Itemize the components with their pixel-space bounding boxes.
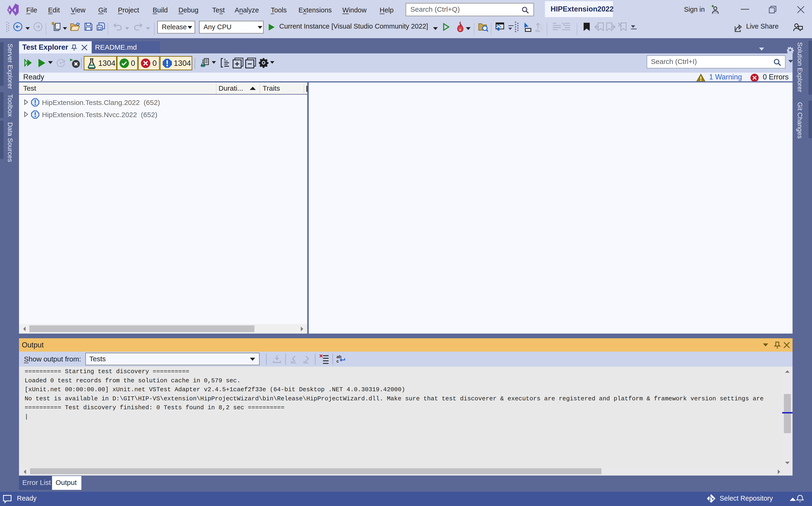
svg-text:c: c: [336, 359, 339, 363]
